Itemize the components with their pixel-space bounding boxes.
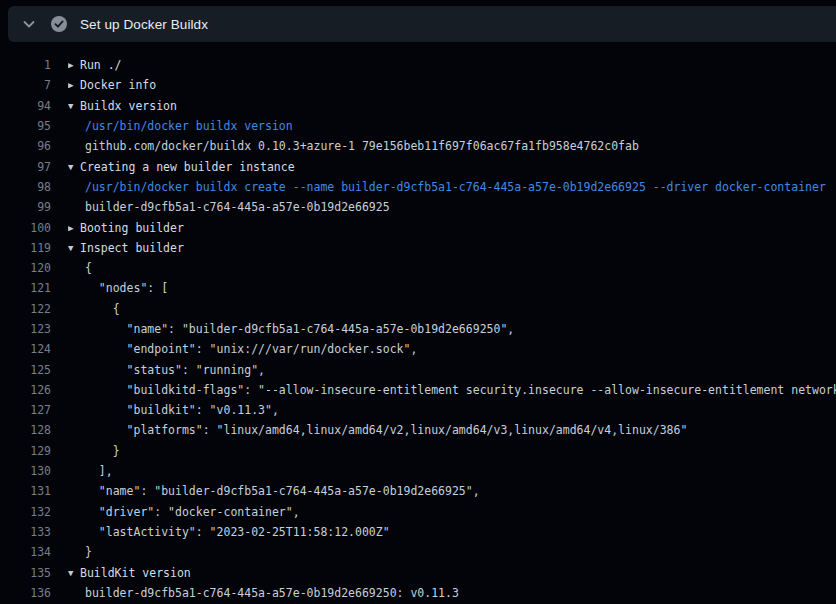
log-group-expanded[interactable]: ▼Inspect builder <box>68 241 184 255</box>
log-row: 130 ], <box>0 461 836 481</box>
line-number[interactable]: 134 <box>0 545 51 559</box>
log-output-line: "name": "builder-d9cfb5a1-c764-445a-a57e… <box>68 484 480 498</box>
line-number[interactable]: 129 <box>0 444 51 458</box>
log-row: 132 "driver": "docker-container", <box>0 502 836 522</box>
line-number[interactable]: 119 <box>0 241 51 255</box>
log-row: 95/usr/bin/docker buildx version <box>0 116 836 136</box>
group-collapsed-arrow-icon: ▶ <box>68 80 80 90</box>
log-row: 128 "platforms": "linux/amd64,linux/amd6… <box>0 420 836 440</box>
log-row: 7▶Docker info <box>0 75 836 95</box>
group-title: Booting builder <box>80 221 184 235</box>
line-number[interactable]: 136 <box>0 586 51 600</box>
line-number[interactable]: 100 <box>0 221 51 235</box>
log-row: 121 "nodes": [ <box>0 278 836 298</box>
line-number[interactable]: 99 <box>0 200 51 214</box>
log-row: 100▶Booting builder <box>0 217 836 237</box>
log-output-line: github.com/docker/buildx 0.10.3+azure-1 … <box>68 139 639 153</box>
log-rows: 1▶Run ./7▶Docker info94▼Buildx version95… <box>0 55 836 603</box>
line-number[interactable]: 128 <box>0 423 51 437</box>
log-command-line: /usr/bin/docker buildx version <box>68 119 293 133</box>
line-number[interactable]: 97 <box>0 160 51 174</box>
group-collapsed-arrow-icon: ▶ <box>68 222 80 232</box>
log-output-line: } <box>68 444 120 458</box>
log-output-line: "driver": "docker-container", <box>68 505 300 519</box>
log-group-collapsed[interactable]: ▶Run ./ <box>68 58 122 72</box>
log-output-line: "status": "running", <box>68 363 265 377</box>
log-output-line: "endpoint": "unix:///var/run/docker.sock… <box>68 342 417 356</box>
line-number[interactable]: 7 <box>0 78 51 92</box>
group-title: Run ./ <box>80 58 122 72</box>
log-group-expanded[interactable]: ▼Buildx version <box>68 99 177 113</box>
line-number[interactable]: 94 <box>0 99 51 113</box>
chevron-down-icon[interactable] <box>21 16 37 32</box>
log-group-collapsed[interactable]: ▶Docker info <box>68 78 156 92</box>
line-number[interactable]: 124 <box>0 342 51 356</box>
group-title: Buildx version <box>80 99 177 113</box>
group-expanded-arrow-icon: ▼ <box>68 242 80 252</box>
log-row: 96github.com/docker/buildx 0.10.3+azure-… <box>0 136 836 156</box>
log-row: 97▼Creating a new builder instance <box>0 156 836 176</box>
log-row: 99builder-d9cfb5a1-c764-445a-a57e-0b19d2… <box>0 197 836 217</box>
group-title: Docker info <box>80 78 156 92</box>
log-row: 1▶Run ./ <box>0 55 836 75</box>
log-output-line: } <box>68 545 92 559</box>
log-row: 125 "status": "running", <box>0 359 836 379</box>
log-output-line: { <box>68 261 92 275</box>
log-group-expanded[interactable]: ▼Creating a new builder instance <box>68 160 295 174</box>
log-output-line: "name": "builder-d9cfb5a1-c764-445a-a57e… <box>68 322 514 336</box>
log-row: 129 } <box>0 441 836 461</box>
log-output-line: builder-d9cfb5a1-c764-445a-a57e-0b19d2e6… <box>68 586 459 600</box>
check-circle-icon <box>50 15 68 33</box>
log-row: 123 "name": "builder-d9cfb5a1-c764-445a-… <box>0 319 836 339</box>
log-output-line: "nodes": [ <box>68 281 168 295</box>
log-output-line: builder-d9cfb5a1-c764-445a-a57e-0b19d2e6… <box>68 200 390 214</box>
log-row: 136builder-d9cfb5a1-c764-445a-a57e-0b19d… <box>0 583 836 603</box>
group-expanded-arrow-icon: ▼ <box>68 161 80 171</box>
line-number[interactable]: 125 <box>0 363 51 377</box>
log-output-line: ], <box>68 464 113 478</box>
line-number[interactable]: 130 <box>0 464 51 478</box>
log-row: 120{ <box>0 258 836 278</box>
line-number[interactable]: 127 <box>0 403 51 417</box>
line-number[interactable]: 120 <box>0 261 51 275</box>
line-number[interactable]: 131 <box>0 484 51 498</box>
log-group-expanded[interactable]: ▼BuildKit version <box>68 566 191 580</box>
log-output-line: "buildkitd-flags": "--allow-insecure-ent… <box>68 383 836 397</box>
group-title: Creating a new builder instance <box>80 160 295 174</box>
log-row: 133 "lastActivity": "2023-02-25T11:58:12… <box>0 522 836 542</box>
log-row: 124 "endpoint": "unix:///var/run/docker.… <box>0 339 836 359</box>
line-number[interactable]: 121 <box>0 281 51 295</box>
line-number[interactable]: 126 <box>0 383 51 397</box>
group-collapsed-arrow-icon: ▶ <box>68 60 80 70</box>
log-output-line: "buildkit": "v0.11.3", <box>68 403 279 417</box>
step-title: Set up Docker Buildx <box>80 17 208 32</box>
log-output-line: "lastActivity": "2023-02-25T11:58:12.000… <box>68 525 390 539</box>
line-number[interactable]: 133 <box>0 525 51 539</box>
log-row: 127 "buildkit": "v0.11.3", <box>0 400 836 420</box>
step-header[interactable]: Set up Docker Buildx <box>8 6 836 42</box>
line-number[interactable]: 95 <box>0 119 51 133</box>
group-title: BuildKit version <box>80 566 191 580</box>
line-number[interactable]: 122 <box>0 302 51 316</box>
log-row: 94▼Buildx version <box>0 96 836 116</box>
log-group-collapsed[interactable]: ▶Booting builder <box>68 221 184 235</box>
log-row: 98/usr/bin/docker buildx create --name b… <box>0 177 836 197</box>
group-expanded-arrow-icon: ▼ <box>68 100 80 110</box>
log-row: 135▼BuildKit version <box>0 562 836 582</box>
line-number[interactable]: 1 <box>0 58 51 72</box>
log-row: 122 { <box>0 299 836 319</box>
line-number[interactable]: 135 <box>0 566 51 580</box>
log-row: 134} <box>0 542 836 562</box>
line-number[interactable]: 98 <box>0 180 51 194</box>
log-command-line: /usr/bin/docker buildx create --name bui… <box>68 180 826 194</box>
line-number[interactable]: 132 <box>0 505 51 519</box>
log-row: 131 "name": "builder-d9cfb5a1-c764-445a-… <box>0 481 836 501</box>
line-number[interactable]: 123 <box>0 322 51 336</box>
log-output-line: { <box>68 302 120 316</box>
group-expanded-arrow-icon: ▼ <box>68 567 80 577</box>
log-output-line: "platforms": "linux/amd64,linux/amd64/v2… <box>68 423 687 437</box>
log-row: 119▼Inspect builder <box>0 238 836 258</box>
group-title: Inspect builder <box>80 241 184 255</box>
line-number[interactable]: 96 <box>0 139 51 153</box>
log-row: 126 "buildkitd-flags": "--allow-insecure… <box>0 380 836 400</box>
